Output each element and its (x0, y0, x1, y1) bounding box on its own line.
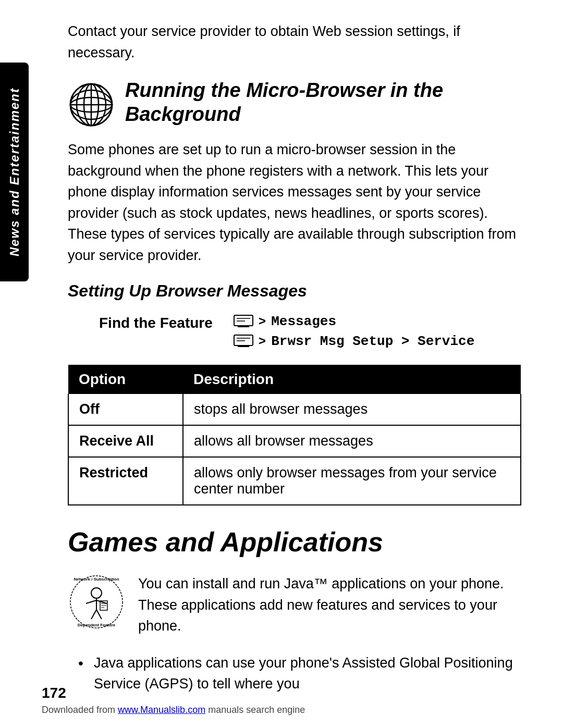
menu-icon-1 (234, 315, 253, 328)
page-number: 172 (42, 685, 66, 701)
menu-icon-2 (234, 335, 253, 348)
find-feature-steps: > Messages > Brwsr Msg Setup > Service (234, 314, 474, 349)
svg-line-23 (96, 610, 102, 619)
option-table: Option Description Off stops all browser… (68, 365, 521, 505)
arrow-1: > (259, 315, 266, 329)
section1-body: Some phones are set up to run a micro-br… (68, 139, 521, 266)
footer-credit-suffix: manuals search engine (205, 705, 305, 715)
manualslib-link[interactable]: www.Manualslib.com (118, 705, 205, 715)
page-container: News and Entertainment Contact your serv… (0, 0, 563, 728)
sidebar-tab: News and Entertainment (0, 63, 29, 281)
games-section-body: Network / Subscription Dependent Feature… (68, 573, 521, 637)
table-header-description: Description (183, 365, 521, 394)
svg-line-20 (86, 600, 96, 603)
section1-title-block: Running the Micro-Browser in the Backgro… (125, 79, 521, 129)
description-off: stops all browser messages (183, 394, 521, 425)
footer-credit: Downloaded from www.Manualslib.com manua… (42, 705, 305, 715)
section2-title: Setting Up Browser Messages (68, 281, 521, 301)
table-row: Off stops all browser messages (68, 394, 521, 425)
option-receive-all: Receive All (68, 425, 183, 457)
table-header-row: Option Description (68, 365, 521, 394)
description-restricted: allows only browser messages from your s… (183, 457, 521, 505)
section1-header: Running the Micro-Browser in the Backgro… (68, 79, 521, 129)
option-restricted: Restricted (68, 457, 183, 505)
globe-icon (68, 81, 115, 128)
svg-rect-7 (234, 315, 253, 326)
games-body-text: You can install and run Java™ applicatio… (138, 573, 521, 637)
table-row: Restricted allows only browser messages … (68, 457, 521, 505)
find-feature-container: Find the Feature > Messages (68, 314, 521, 349)
svg-text:Network / Subscription: Network / Subscription (74, 577, 119, 582)
top-intro-text: Contact your service provider to obtain … (68, 21, 521, 63)
svg-rect-12 (234, 335, 253, 346)
games-section-title: Games and Applications (68, 526, 521, 558)
svg-line-22 (91, 610, 96, 619)
sidebar-label: News and Entertainment (7, 88, 22, 256)
page-footer: 172 Downloaded from www.Manualslib.com m… (42, 685, 521, 715)
table-row: Receive All allows all browser messages (68, 425, 521, 457)
svg-point-18 (91, 588, 102, 598)
description-receive-all: allows all browser messages (183, 425, 521, 457)
arrow-2: > (259, 335, 266, 349)
find-feature-label: Find the Feature (99, 314, 213, 331)
section1-title: Running the Micro-Browser in the Backgro… (125, 79, 521, 126)
footer-credit-text: Downloaded from (42, 705, 118, 715)
step1-text: Messages (271, 314, 336, 329)
step2-text: Brwsr Msg Setup > Service (271, 334, 474, 349)
option-off: Off (68, 394, 183, 425)
svg-text:Dependent Feature: Dependent Feature (78, 623, 116, 627)
java-network-icon: Network / Subscription Dependent Feature (68, 573, 125, 631)
menu-step-1: > Messages (234, 314, 474, 329)
table-header-option: Option (68, 365, 183, 394)
menu-step-2: > Brwsr Msg Setup > Service (234, 334, 474, 349)
